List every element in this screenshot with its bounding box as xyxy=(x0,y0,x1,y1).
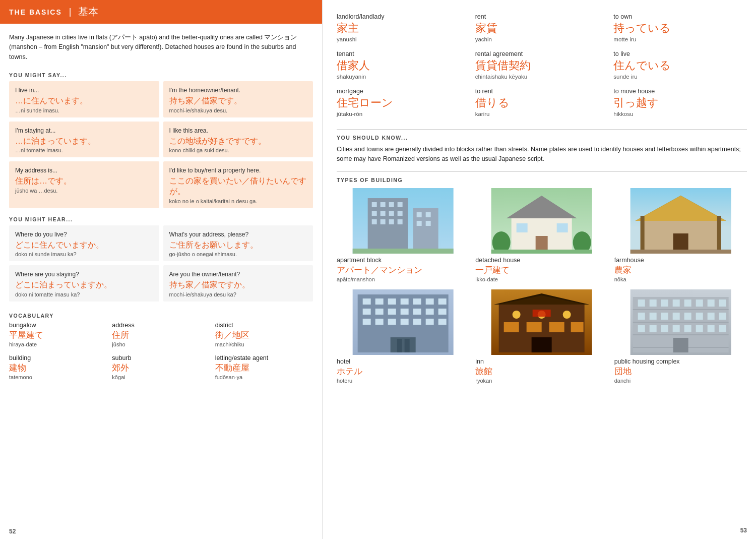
building-item-4: inn 旅館 ryokan xyxy=(475,289,608,384)
phrase-box-4: My address is... 住所は…です。 jūsho wa …desu. xyxy=(9,161,159,208)
phrase-box-2: I'm staying at... …に泊まっています。 …ni tomatte… xyxy=(9,122,159,158)
svg-rect-87 xyxy=(684,300,691,307)
rv-jp-1: 家賃 xyxy=(475,21,609,36)
phrase-en-1: I'm the homeowner/tenant. xyxy=(169,86,307,95)
svg-rect-104 xyxy=(696,325,703,332)
rv-jp-5: 住んでいる xyxy=(613,58,747,73)
should-know-label: YOU SHOULD KNOW... xyxy=(337,129,747,141)
header-divider: | xyxy=(69,7,72,17)
rv-romaji-1: yachin xyxy=(475,36,609,42)
building-item-2: farmhouse 農家 nōka xyxy=(614,188,747,282)
header-bar: THE BASICS | 基本 xyxy=(0,0,322,24)
svg-rect-13 xyxy=(389,219,394,224)
hear-jp-2: どこに泊まっていますか。 xyxy=(15,280,153,290)
vocab-romaji-5: fudōsan-ya xyxy=(215,374,313,380)
svg-rect-53 xyxy=(438,309,447,315)
rv-romaji-2: motte iru xyxy=(613,36,747,42)
vocab-en-0: bungalow xyxy=(9,322,107,329)
phrase-jp-5: ここの家を買いたい／借りたいんですが。 xyxy=(169,176,307,197)
svg-rect-91 xyxy=(638,313,645,320)
svg-rect-40 xyxy=(363,298,371,305)
rv-romaji-0: yanushi xyxy=(337,36,470,42)
building-romaji-5: danchi xyxy=(614,378,747,384)
rv-cell-3: tenant 借家人 shakuyanin xyxy=(337,46,470,84)
svg-rect-44 xyxy=(413,298,421,305)
svg-rect-86 xyxy=(672,300,679,307)
svg-rect-72 xyxy=(527,322,542,332)
rv-cell-2: to own 持っている motte iru xyxy=(613,9,747,46)
svg-rect-97 xyxy=(707,313,714,320)
svg-rect-7 xyxy=(372,211,377,216)
vocab-jp-0: 平屋建て xyxy=(9,329,107,341)
svg-rect-99 xyxy=(638,325,645,332)
svg-point-70 xyxy=(563,311,571,319)
phrase-romaji-5: koko no ie o kaitai/karitai n desu ga. xyxy=(169,198,307,204)
hear-jp-3: 持ち家／借家ですか。 xyxy=(169,280,307,290)
hear-jp-1: ご住所をお願いします。 xyxy=(169,240,307,251)
building-jp-3: ホテル xyxy=(337,366,469,377)
vocab-jp-5: 不動産屋 xyxy=(215,362,313,374)
building-img-2 xyxy=(614,188,747,254)
rv-cell-1: rent 家賃 yachin xyxy=(475,9,609,46)
hear-box-1: What's your address, please? ご住所をお願いします。… xyxy=(163,225,313,262)
svg-rect-5 xyxy=(389,202,394,207)
left-page: THE BASICS | 基本 Many Japanese in cities … xyxy=(0,0,323,539)
buildings-grid: apartment block アパート／マンション apāto/manshon xyxy=(337,188,747,384)
svg-rect-17 xyxy=(417,221,422,226)
phrase-box-0: I live in... …に住んでいます。 …ni sunde imasu. xyxy=(9,81,159,117)
svg-rect-89 xyxy=(707,300,714,307)
phrase-en-0: I live in... xyxy=(15,86,153,95)
building-romaji-2: nōka xyxy=(614,276,747,282)
svg-rect-45 xyxy=(426,298,434,305)
svg-rect-60 xyxy=(438,319,447,325)
building-en-0: apartment block xyxy=(337,257,469,264)
hear-box-2: Where are you staying? どこに泊まっていますか。 doko… xyxy=(9,265,159,302)
svg-rect-84 xyxy=(649,300,656,307)
svg-rect-101 xyxy=(661,325,668,332)
building-img-0 xyxy=(337,188,469,254)
vocab-jp-1: 住所 xyxy=(112,329,210,341)
rv-cell-7: to rent 借りる kariru xyxy=(475,84,609,121)
phrase-romaji-1: mochi-ie/shakuya desu. xyxy=(169,107,307,113)
svg-point-68 xyxy=(513,311,521,319)
svg-rect-54 xyxy=(363,319,371,325)
rv-cell-5: to live 住んでいる sunde iru xyxy=(613,46,747,84)
phrase-box-5: I'd like to buy/rent a property here. ここ… xyxy=(163,161,313,208)
vocab-en-3: building xyxy=(9,354,107,362)
svg-rect-62 xyxy=(397,339,402,352)
svg-rect-75 xyxy=(532,337,552,352)
phrase-jp-3: この地域が好きですです。 xyxy=(169,136,307,147)
rv-romaji-7: kariru xyxy=(475,111,609,117)
svg-rect-49 xyxy=(388,309,396,315)
vocab-jp-3: 建物 xyxy=(9,362,107,374)
rv-romaji-3: shakuyanin xyxy=(337,74,470,80)
svg-rect-52 xyxy=(426,309,434,315)
svg-rect-93 xyxy=(661,313,668,320)
building-img-4 xyxy=(475,289,608,355)
vocab-en-5: letting/estate agent xyxy=(215,354,313,362)
rv-en-3: tenant xyxy=(337,50,470,57)
hear-en-0: Where do you live? xyxy=(15,230,153,239)
building-en-5: public housing complex xyxy=(614,358,747,365)
rv-jp-0: 家主 xyxy=(337,21,470,36)
phrase-romaji-4: jūsho wa …desu. xyxy=(15,188,153,194)
building-item-5: public housing complex 団地 danchi xyxy=(614,289,747,384)
rv-en-7: to rent xyxy=(475,88,609,95)
phrase-jp-2: …に泊まっています。 xyxy=(15,136,153,147)
hear-box-3: Are you the owner/tenant? 持ち家／借家ですか。 moc… xyxy=(163,265,313,302)
svg-rect-85 xyxy=(661,300,668,307)
rv-jp-6: 住宅ローン xyxy=(337,95,470,110)
vocab-en-2: district xyxy=(215,322,313,329)
building-en-3: hotel xyxy=(337,358,469,365)
building-romaji-4: ryokan xyxy=(475,378,608,384)
svg-rect-56 xyxy=(388,319,396,325)
phrase-en-2: I'm staying at... xyxy=(15,127,153,135)
svg-rect-57 xyxy=(401,319,409,325)
svg-rect-24 xyxy=(517,223,528,232)
rv-jp-8: 引っ越す xyxy=(613,95,747,110)
building-img-5 xyxy=(614,289,747,355)
phrase-jp-4: 住所は…です。 xyxy=(15,176,153,187)
vocabulary-section: VOCABULARY bungalow 平屋建て hiraya-date add… xyxy=(9,311,313,380)
svg-rect-63 xyxy=(405,339,410,352)
building-romaji-0: apāto/manshon xyxy=(337,276,469,282)
